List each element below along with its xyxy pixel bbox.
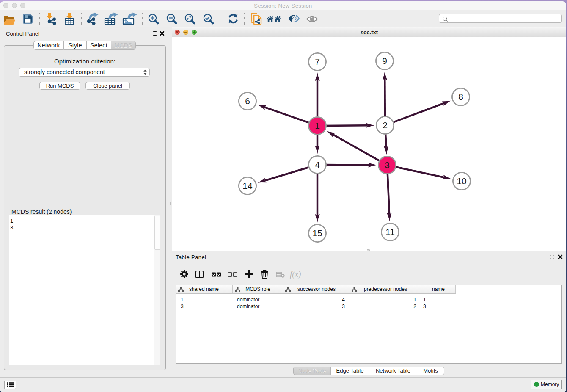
svg-text:11: 11	[385, 227, 395, 237]
svg-text:10: 10	[457, 176, 466, 186]
svg-text:6: 6	[245, 96, 250, 106]
svg-text:1: 1	[315, 121, 320, 130]
svg-text:8: 8	[458, 92, 463, 102]
svg-text:15: 15	[312, 228, 322, 238]
svg-text:9: 9	[382, 56, 387, 66]
svg-text:3: 3	[385, 160, 390, 170]
svg-text:7: 7	[315, 57, 320, 66]
svg-text:2: 2	[383, 120, 388, 130]
svg-text:14: 14	[242, 181, 253, 190]
svg-text:4: 4	[315, 160, 320, 169]
